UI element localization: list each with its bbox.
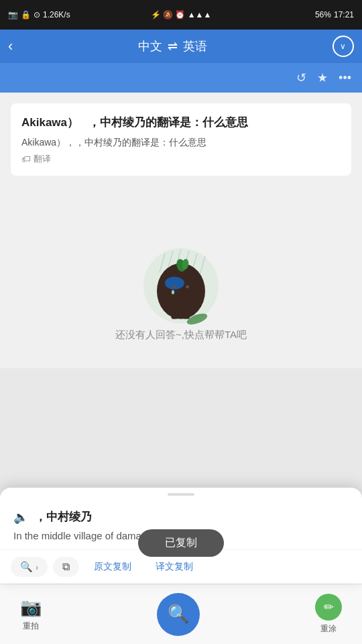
empty-state: 还没有人回答~,快点帮帮TA吧: [0, 195, 362, 368]
title-prefix: Akikawa）: [21, 116, 78, 129]
svg-point-7: [157, 263, 205, 319]
title-highlight: ，中村绫乃的翻译是：什么意思: [82, 115, 255, 130]
svg-rect-12: [183, 313, 190, 319]
nav-title: 中文 ⇌ 英语: [138, 38, 207, 54]
drag-bar: [168, 493, 194, 496]
back-button[interactable]: ‹: [8, 38, 13, 55]
tag-icon: 🏷: [21, 154, 31, 164]
edit-icon: ✏: [324, 600, 334, 614]
retake-label: 重拍: [23, 621, 39, 632]
svg-point-14: [173, 285, 176, 288]
status-right: 56% 17:21: [315, 10, 354, 19]
drag-handle: [0, 488, 362, 498]
time-text: 17:21: [334, 10, 354, 19]
svg-point-15: [186, 285, 189, 288]
question-card: Akikawa） ，中村绫乃的翻译是：什么意思 Akikawa），，中村绫乃的翻…: [11, 103, 351, 176]
search-center-icon: 🔍: [168, 604, 189, 625]
copy-translation-button[interactable]: 译文复制: [146, 557, 202, 577]
chevron-down-icon: ∨: [340, 42, 346, 51]
panel-original-text: ，中村绫乃: [35, 509, 92, 525]
question-tag: 🏷 翻译: [21, 153, 51, 165]
copied-button[interactable]: 已复制: [138, 529, 224, 557]
nav-bar: ‹ 中文 ⇌ 英语 ∨: [0, 30, 362, 63]
speed-text: 1.26K/s: [43, 10, 70, 19]
bluetooth-icon: ⚡: [151, 10, 161, 19]
wifi-icon: ▲▲▲: [188, 10, 212, 19]
speaker-icon[interactable]: 🔈: [13, 510, 28, 525]
empty-illustration: [127, 221, 235, 329]
retake-camera-icon: 📷: [20, 597, 42, 618]
question-subtitle: Akikawa），，中村绫乃的翻译是：什么意思: [21, 137, 341, 149]
copy-original-button[interactable]: 原文复制: [84, 557, 141, 577]
redraw-button[interactable]: ✏ 重涂: [315, 594, 342, 635]
svg-point-16: [172, 290, 174, 294]
redraw-circle: ✏: [315, 594, 342, 621]
bottom-toolbar: 📷 重拍 🔍 ✏ 重涂: [0, 584, 362, 644]
empty-text: 还没有人回答~,快点帮帮TA吧: [115, 329, 247, 341]
nav-more-button[interactable]: ∨: [333, 36, 354, 57]
search-action-button[interactable]: 🔍 ›: [11, 557, 48, 577]
nav-title-chinese: 中文: [138, 38, 162, 54]
copy-action-button[interactable]: ⧉: [53, 557, 79, 577]
sub-nav-bar: ↺ ★ •••: [0, 63, 362, 93]
copied-label: 已复制: [165, 537, 197, 548]
panel-header: 🔈 ，中村绫乃: [0, 498, 362, 527]
retake-button[interactable]: 📷 重拍: [20, 597, 42, 632]
alarm-icon: ⏰: [175, 10, 185, 19]
search-icon: 🔍: [20, 561, 33, 573]
nav-title-english: 英语: [183, 38, 207, 54]
refresh-icon[interactable]: ↺: [296, 70, 306, 85]
lock-icon: 🔒: [21, 10, 31, 19]
timer-icon: ⊙: [34, 10, 40, 19]
question-title: Akikawa） ，中村绫乃的翻译是：什么意思: [21, 114, 341, 131]
star-icon[interactable]: ★: [317, 70, 328, 85]
more-icon[interactable]: •••: [339, 71, 351, 85]
status-center-icons: ⚡ 🔕 ⏰ ▲▲▲: [151, 10, 212, 19]
search-center-button[interactable]: 🔍: [157, 593, 200, 636]
main-content: Akikawa） ，中村绫乃的翻译是：什么意思 Akikawa），，中村绫乃的翻…: [0, 93, 362, 195]
tag-label: 翻译: [34, 153, 51, 165]
nav-separator: ⇌: [168, 39, 178, 54]
status-left: 📷 🔒 ⊙ 1.26K/s: [8, 10, 70, 19]
redraw-label: 重涂: [320, 623, 337, 635]
battery-text: 56%: [315, 10, 331, 19]
svg-rect-11: [172, 313, 178, 319]
status-bar: 📷 🔒 ⊙ 1.26K/s ⚡ 🔕 ⏰ ▲▲▲ 56% 17:21: [0, 0, 362, 30]
arrow-icon: ›: [36, 562, 38, 572]
camera-icon: 📷: [8, 10, 18, 19]
mute-icon: 🔕: [163, 10, 173, 19]
copy-icon: ⧉: [62, 561, 70, 573]
